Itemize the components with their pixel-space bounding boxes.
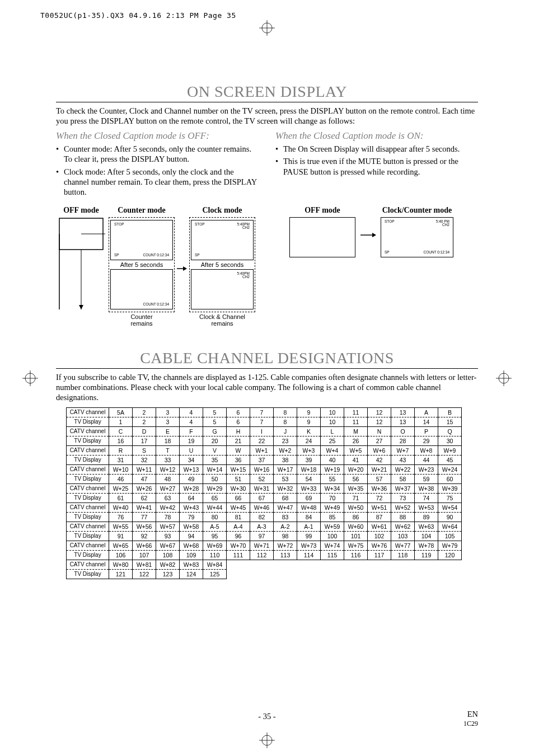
- row-label-catv: CATV channel: [67, 464, 109, 474]
- osd-sp: SP: [385, 251, 390, 255]
- catv-cell: [250, 560, 274, 569]
- catv-cell: W+60: [344, 522, 368, 531]
- tv-cell: 61: [109, 493, 133, 503]
- tv-cell: 103: [391, 531, 415, 541]
- catv-cell: W+64: [438, 522, 462, 531]
- catv-cell: 11: [344, 407, 368, 417]
- tv-cell: 41: [344, 455, 368, 464]
- tv-cell: 74: [415, 493, 438, 503]
- mode-label-clock-counter: Clock/Counter mode: [382, 206, 452, 215]
- catv-cell: W+25: [109, 483, 133, 493]
- tv-cell: 102: [368, 531, 391, 541]
- subhead-cc-on: When the Closed Caption mode is ON:: [275, 130, 478, 142]
- osd-intro: To check the Counter, Clock and Channel …: [56, 106, 478, 126]
- catv-cell: W+33: [297, 483, 321, 493]
- tv-cell: 98: [274, 531, 297, 541]
- catv-cell: [344, 560, 368, 569]
- catv-cell: W+61: [368, 522, 391, 531]
- catv-cell: W+24: [438, 464, 462, 474]
- catv-cell: W+4: [321, 445, 344, 455]
- catv-cell: U: [180, 445, 203, 455]
- tv-cell: 8: [274, 417, 297, 426]
- diagram-off-modes: OFF mode Counter mode: [56, 206, 255, 327]
- catv-cell: W+53: [415, 503, 438, 512]
- catv-cell: R: [109, 445, 133, 455]
- tv-cell: 6: [227, 417, 250, 426]
- catv-cell: W+67: [156, 541, 180, 550]
- catv-cell: T: [156, 445, 180, 455]
- catv-cell: W+72: [274, 541, 297, 550]
- tv-cell: [391, 569, 415, 579]
- catv-cell: P: [415, 426, 438, 436]
- tv-cell: 51: [227, 474, 250, 483]
- tv-cell: 122: [133, 569, 156, 579]
- catv-cell: W+6: [368, 445, 391, 455]
- row-label-tv: TV Display: [67, 512, 109, 522]
- osd-count: COUNT 0:12:34: [143, 253, 169, 257]
- tv-cell: 35: [203, 455, 227, 464]
- tv-cell: 3: [156, 417, 180, 426]
- row-label-catv: CATV channel: [67, 541, 109, 550]
- catv-intro: If you subscribe to cable TV, the channe…: [56, 372, 478, 402]
- catv-cell: [368, 560, 391, 569]
- catv-cell: W+69: [203, 541, 227, 550]
- tv-cell: [274, 569, 297, 579]
- catv-cell: 4: [180, 407, 203, 417]
- tv-cell: [438, 569, 462, 579]
- catv-cell: M: [344, 426, 368, 436]
- catv-cell: W+32: [274, 483, 297, 493]
- section-title-catv: CABLE CHANNEL DESIGNATIONS: [56, 349, 478, 369]
- svg-marker-21: [372, 233, 376, 237]
- tv-cell: 86: [344, 512, 368, 522]
- catv-cell: W+51: [368, 503, 391, 512]
- catv-cell: W+45: [227, 503, 250, 512]
- tv-cell: [368, 569, 391, 579]
- catv-cell: W+77: [391, 541, 415, 550]
- tv-cell: 36: [227, 455, 250, 464]
- tv-cell: 30: [438, 436, 462, 445]
- catv-cell: W+79: [438, 541, 462, 550]
- catv-cell: W+84: [203, 560, 227, 569]
- catv-cell: W+66: [133, 541, 156, 550]
- tv-cell: [227, 569, 250, 579]
- osd-time: 5:40 PMCH2: [436, 220, 449, 227]
- tv-cell: 112: [250, 550, 274, 560]
- catv-cell: A: [415, 407, 438, 417]
- catv-cell: A-1: [297, 522, 321, 531]
- screen-counter-remains: COUNT 0:12:34: [110, 269, 173, 309]
- tv-cell: 72: [368, 493, 391, 503]
- catv-cell: 2: [133, 407, 156, 417]
- catv-cell: W+21: [368, 464, 391, 474]
- tv-cell: [250, 569, 274, 579]
- catv-cell: W+70: [227, 541, 250, 550]
- tv-cell: 9: [297, 417, 321, 426]
- catv-cell: W+63: [415, 522, 438, 531]
- tv-cell: 96: [227, 531, 250, 541]
- catv-cell: W+30: [227, 483, 250, 493]
- osd-stop: STOP: [114, 223, 124, 227]
- tv-cell: 13: [391, 417, 415, 426]
- svg-marker-15: [79, 305, 83, 309]
- tv-cell: 53: [274, 474, 297, 483]
- tv-cell: 88: [391, 512, 415, 522]
- tv-cell: 49: [180, 474, 203, 483]
- catv-cell: W+37: [391, 483, 415, 493]
- tv-cell: 106: [109, 550, 133, 560]
- tv-cell: 15: [438, 417, 462, 426]
- tv-cell: 17: [133, 436, 156, 445]
- catv-cell: L: [321, 426, 344, 436]
- tv-cell: 99: [297, 531, 321, 541]
- catv-cell: W+20: [344, 464, 368, 474]
- tv-cell: 115: [321, 550, 344, 560]
- catv-cell: W+10: [109, 464, 133, 474]
- tv-cell: 81: [227, 512, 250, 522]
- catv-cell: W+31: [250, 483, 274, 493]
- osd-count: COUNT 0:12:34: [143, 303, 169, 307]
- tv-cell: 27: [368, 436, 391, 445]
- catv-cell: 9: [297, 407, 321, 417]
- tv-cell: 46: [109, 474, 133, 483]
- catv-cell: [274, 560, 297, 569]
- row-label-catv: CATV channel: [67, 503, 109, 512]
- row-label-catv: CATV channel: [67, 426, 109, 436]
- catv-cell: W+15: [227, 464, 250, 474]
